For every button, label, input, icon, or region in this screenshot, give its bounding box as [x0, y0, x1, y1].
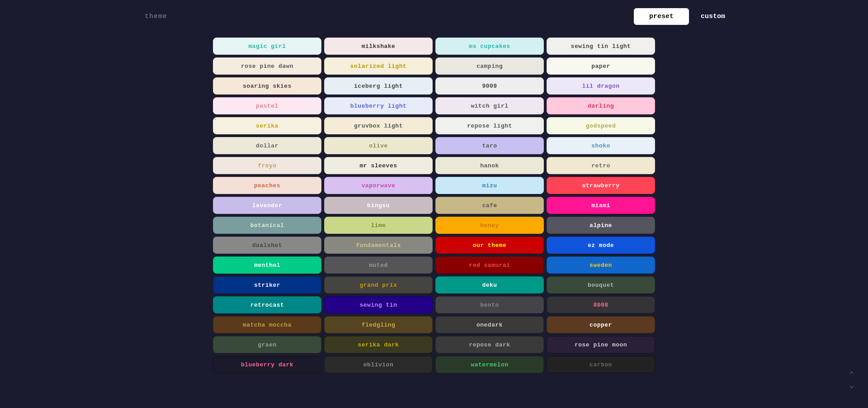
theme-button[interactable]: matcha moccha — [213, 316, 321, 333]
theme-button[interactable]: grand prix — [324, 276, 433, 294]
theme-button[interactable]: bingsu — [324, 197, 433, 214]
theme-button[interactable]: magic girl — [213, 38, 321, 55]
theme-button[interactable]: mr sleeves — [324, 157, 433, 174]
theme-button[interactable]: alpine — [547, 217, 655, 234]
theme-button[interactable]: blueberry dark — [213, 356, 321, 373]
theme-button[interactable]: pastel — [213, 97, 321, 114]
theme-button[interactable]: sewing tin — [324, 296, 433, 313]
theme-button[interactable]: darling — [547, 97, 655, 114]
theme-button[interactable]: camping — [435, 57, 544, 75]
theme-grid: magic girlmilkshakems cupcakessewing tin… — [0, 33, 868, 382]
theme-button[interactable]: our theme — [435, 237, 544, 254]
theme-button[interactable]: graen — [213, 336, 321, 353]
theme-button[interactable]: solarized light — [324, 57, 433, 75]
theme-button[interactable]: deku — [435, 276, 544, 294]
theme-button[interactable]: fledgling — [324, 316, 433, 333]
header-label: theme — [18, 13, 167, 20]
theme-button[interactable]: peaches — [213, 177, 321, 194]
theme-button[interactable]: godspeed — [547, 117, 655, 134]
theme-button[interactable]: botanical — [213, 217, 321, 234]
theme-button[interactable]: dualshot — [213, 237, 321, 254]
theme-button[interactable]: watermelon — [435, 356, 544, 373]
theme-button[interactable]: ez mode — [547, 237, 655, 254]
theme-button[interactable]: repose dark — [435, 336, 544, 353]
theme-button[interactable]: fundamentals — [324, 237, 433, 254]
theme-button[interactable]: rose pine moon — [547, 336, 655, 353]
header-buttons: preset custom — [634, 8, 850, 25]
theme-button[interactable]: onedark — [435, 316, 544, 333]
theme-button[interactable]: soaring skies — [213, 77, 321, 95]
theme-button[interactable]: hanok — [435, 157, 544, 174]
theme-button[interactable]: lil dragon — [547, 77, 655, 95]
theme-button[interactable]: striker — [213, 276, 321, 294]
theme-button[interactable]: milkshake — [324, 38, 433, 55]
theme-button[interactable]: 9009 — [435, 77, 544, 95]
theme-button[interactable]: retrocast — [213, 296, 321, 313]
header: theme preset custom — [0, 0, 868, 33]
scroll-up-icon[interactable]: ⌃ — [849, 371, 854, 380]
theme-button[interactable]: rose pine dawn — [213, 57, 321, 75]
custom-button[interactable]: custom — [693, 8, 732, 25]
theme-button[interactable]: miami — [547, 197, 655, 214]
preset-button[interactable]: preset — [634, 8, 689, 25]
theme-button[interactable]: repose light — [435, 117, 544, 134]
theme-button[interactable]: serika — [213, 117, 321, 134]
theme-button[interactable]: olive — [324, 137, 433, 154]
theme-button[interactable]: paper — [547, 57, 655, 75]
theme-button[interactable]: bento — [435, 296, 544, 313]
theme-button[interactable]: taro — [435, 137, 544, 154]
theme-button[interactable]: copper — [547, 316, 655, 333]
theme-button[interactable]: dollar — [213, 137, 321, 154]
theme-button[interactable]: retro — [547, 157, 655, 174]
theme-button[interactable]: sweden — [547, 256, 655, 274]
theme-button[interactable]: mizu — [435, 177, 544, 194]
theme-button[interactable]: gruvbox light — [324, 117, 433, 134]
theme-button[interactable]: blueberry light — [324, 97, 433, 114]
theme-button[interactable]: froyo — [213, 157, 321, 174]
theme-button[interactable]: strawberry — [547, 177, 655, 194]
theme-button[interactable]: menthol — [213, 256, 321, 274]
theme-button[interactable]: vaporwave — [324, 177, 433, 194]
theme-button[interactable]: bouquet — [547, 276, 655, 294]
theme-button[interactable]: lime — [324, 217, 433, 234]
theme-button[interactable]: sewing tin light — [547, 38, 655, 55]
theme-button[interactable]: honey — [435, 217, 544, 234]
theme-button[interactable]: 8008 — [547, 296, 655, 313]
scroll-down-icon[interactable]: ⌄ — [849, 381, 854, 390]
theme-button[interactable]: iceberg light — [324, 77, 433, 95]
theme-button[interactable]: witch girl — [435, 97, 544, 114]
theme-button[interactable]: oblivion — [324, 356, 433, 373]
theme-button[interactable]: serika dark — [324, 336, 433, 353]
theme-button[interactable]: lavender — [213, 197, 321, 214]
theme-button[interactable]: muted — [324, 256, 433, 274]
theme-button[interactable]: carbon — [547, 356, 655, 373]
theme-button[interactable]: red samurai — [435, 256, 544, 274]
theme-button[interactable]: shoko — [547, 137, 655, 154]
scroll-arrows: ⌃ ⌄ — [849, 371, 854, 390]
theme-button[interactable]: ms cupcakes — [435, 38, 544, 55]
theme-button[interactable]: cafe — [435, 197, 544, 214]
